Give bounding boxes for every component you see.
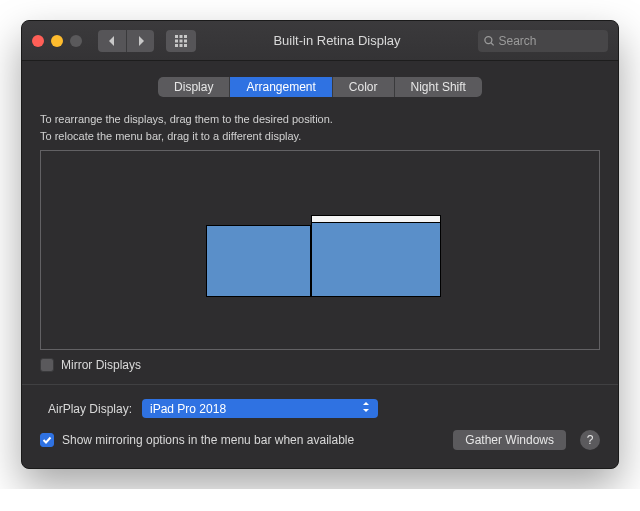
menu-bar-indicator[interactable] (312, 216, 440, 223)
minimize-icon[interactable] (51, 35, 63, 47)
close-icon[interactable] (32, 35, 44, 47)
svg-rect-4 (180, 39, 183, 42)
tab-color[interactable]: Color (332, 77, 394, 97)
search-icon (484, 35, 495, 47)
show-mirroring-checkbox[interactable] (40, 433, 54, 447)
instructions-text: To rearrange the displays, drag them to … (40, 111, 600, 144)
tab-bar: Display Arrangement Color Night Shift (40, 77, 600, 97)
search-input[interactable] (499, 34, 602, 48)
tab-night-shift[interactable]: Night Shift (394, 77, 482, 97)
svg-rect-5 (184, 39, 187, 42)
window-controls (32, 35, 82, 47)
svg-rect-6 (175, 44, 178, 47)
display-primary[interactable] (311, 215, 441, 297)
airplay-label: AirPlay Display: (40, 402, 132, 416)
instruction-line-1: To rearrange the displays, drag them to … (40, 111, 600, 128)
svg-rect-1 (180, 35, 183, 38)
svg-rect-8 (184, 44, 187, 47)
svg-rect-3 (175, 39, 178, 42)
svg-line-10 (491, 42, 494, 45)
content-area: Display Arrangement Color Night Shift To… (22, 61, 618, 468)
search-field[interactable] (478, 30, 608, 52)
show-mirroring-label: Show mirroring options in the menu bar w… (62, 433, 354, 447)
display-prefs-window: Built-in Retina Display Display Arrangem… (21, 20, 619, 469)
tab-display[interactable]: Display (158, 77, 229, 97)
svg-rect-2 (184, 35, 187, 38)
instruction-line-2: To relocate the menu bar, drag it to a d… (40, 128, 600, 145)
mirror-displays-row: Mirror Displays (40, 358, 600, 372)
divider (22, 384, 618, 385)
mirror-displays-label: Mirror Displays (61, 358, 141, 372)
svg-rect-0 (175, 35, 178, 38)
show-all-button[interactable] (166, 30, 196, 52)
updown-arrows-icon (362, 401, 370, 416)
display-arrangement-canvas[interactable] (40, 150, 600, 350)
back-button[interactable] (98, 30, 126, 52)
zoom-icon (70, 35, 82, 47)
bottom-row: Show mirroring options in the menu bar w… (40, 430, 600, 450)
svg-point-9 (485, 36, 492, 43)
titlebar: Built-in Retina Display (22, 21, 618, 61)
forward-button[interactable] (126, 30, 154, 52)
svg-rect-7 (180, 44, 183, 47)
display-secondary[interactable] (206, 225, 311, 297)
gather-windows-button[interactable]: Gather Windows (453, 430, 566, 450)
help-button[interactable]: ? (580, 430, 600, 450)
nav-back-forward (98, 30, 154, 52)
airplay-display-popup[interactable]: iPad Pro 2018 (142, 399, 378, 418)
window-title: Built-in Retina Display (204, 33, 470, 48)
airplay-row: AirPlay Display: iPad Pro 2018 (40, 399, 600, 418)
airplay-selected-value: iPad Pro 2018 (150, 402, 226, 416)
mirror-displays-checkbox[interactable] (40, 358, 54, 372)
tab-arrangement[interactable]: Arrangement (229, 77, 331, 97)
